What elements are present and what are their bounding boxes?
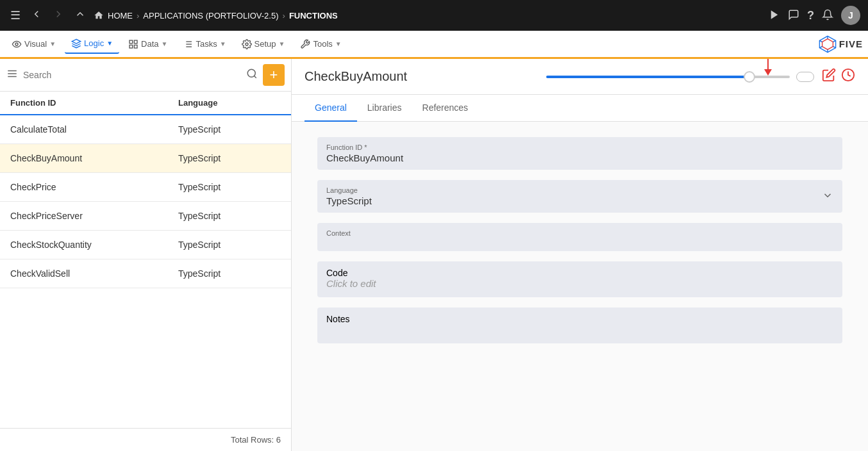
form-area: Function ID * CheckBuyAmount Language Ty… (292, 122, 868, 451)
col-header-language: Language (178, 98, 281, 108)
svg-rect-4 (134, 45, 137, 48)
slider-area (546, 72, 814, 82)
language-field[interactable]: Language TypeScript (317, 180, 842, 213)
user-avatar[interactable]: J (841, 6, 860, 25)
function-id-value: CheckBuyAmount (326, 152, 833, 163)
breadcrumb: HOME › APPLICATIONS (PORTFOLIOV-2.5) › F… (94, 10, 764, 20)
tab-references[interactable]: References (412, 95, 479, 122)
up-icon[interactable] (72, 6, 88, 26)
add-button[interactable]: + (263, 64, 285, 86)
sidebar-menu-icon[interactable] (6, 68, 18, 82)
code-placeholder: Click to edit (326, 278, 833, 289)
top-nav-actions: ? J (769, 6, 860, 25)
function-id-group: Function ID * CheckBuyAmount (317, 137, 842, 170)
function-id-cell: CheckPrice (10, 182, 178, 192)
header-actions (822, 68, 855, 85)
menu-item-visual[interactable]: Visual ▼ (5, 35, 62, 54)
left-panel: + Function ID Language CalculateTotal Ty… (0, 59, 292, 451)
svg-marker-0 (771, 10, 778, 19)
table-row[interactable]: CheckBuyAmount TypeScript (0, 144, 291, 173)
five-logo: FIVE (819, 35, 863, 53)
main-layout: + Function ID Language CalculateTotal Ty… (0, 59, 868, 451)
tab-libraries[interactable]: Libraries (357, 95, 412, 122)
menu-data-label: Data (141, 39, 158, 49)
history-button[interactable] (841, 68, 855, 85)
search-input[interactable] (23, 70, 241, 80)
right-panel: CheckBuyAmount General (292, 59, 868, 451)
table-row[interactable]: CalculateTotal TypeScript (0, 115, 291, 144)
current-label: FUNCTIONS (289, 11, 338, 20)
menu-items: Visual ▼ Logic ▼ Data ▼ Tasks ▼ Setup ▼ (5, 35, 348, 54)
setup-arrow: ▼ (279, 40, 285, 47)
menu-tasks-label: Tasks (196, 39, 217, 49)
notes-field: Notes (317, 308, 842, 343)
svg-point-24 (247, 69, 255, 77)
menu-logic-label: Logic (84, 38, 104, 48)
bell-icon[interactable] (822, 9, 833, 22)
notes-label: Notes (326, 314, 833, 324)
function-id-cell: CalculateTotal (10, 124, 178, 135)
menu-icon[interactable]: ☰ (8, 6, 23, 25)
language-cell: TypeScript (178, 182, 281, 192)
tools-arrow: ▼ (335, 40, 342, 47)
table-row[interactable]: CheckStockQuantity TypeScript (0, 231, 291, 259)
svg-point-1 (15, 43, 18, 45)
help-icon[interactable]: ? (807, 9, 814, 22)
table-header: Function ID Language (0, 92, 291, 115)
right-header: CheckBuyAmount (292, 59, 868, 95)
menu-tools-label: Tools (313, 39, 332, 49)
table-row[interactable]: CheckPriceServer TypeScript (0, 202, 291, 231)
svg-point-12 (246, 43, 248, 45)
function-list: CalculateTotal TypeScript CheckBuyAmount… (0, 115, 291, 428)
menu-item-logic[interactable]: Logic ▼ (65, 35, 119, 54)
col-header-function-id: Function ID (10, 98, 178, 108)
language-group: Language TypeScript (317, 180, 842, 213)
five-logo-text: FIVE (839, 38, 863, 49)
search-bar: + (0, 59, 291, 92)
top-navigation: ☰ HOME › APPLICATIONS (PORTFOLIOV-2.5) ›… (0, 0, 868, 31)
sep1: › (137, 11, 139, 20)
chat-icon[interactable] (788, 9, 799, 22)
svg-line-25 (254, 76, 256, 78)
svg-rect-2 (129, 40, 133, 44)
edit-button[interactable] (822, 68, 836, 85)
app-label[interactable]: APPLICATIONS (PORTFOLIOV-2.5) (143, 11, 278, 20)
table-row[interactable]: CheckPrice TypeScript (0, 173, 291, 202)
table-row[interactable]: CheckValidSell TypeScript (0, 259, 291, 288)
language-cell: TypeScript (178, 268, 281, 279)
sep2: › (283, 11, 285, 20)
svg-marker-14 (822, 38, 833, 49)
play-icon[interactable] (769, 9, 780, 22)
function-title: CheckBuyAmount (305, 69, 546, 84)
notes-group: Notes (317, 308, 842, 343)
menu-item-data[interactable]: Data ▼ (122, 35, 174, 54)
menu-item-tasks[interactable]: Tasks ▼ (176, 35, 232, 54)
language-cell: TypeScript (178, 153, 281, 163)
svg-rect-5 (129, 45, 133, 48)
context-field: Context (317, 223, 842, 251)
home-label[interactable]: HOME (108, 11, 133, 20)
function-id-cell: CheckStockQuantity (10, 240, 178, 250)
function-id-cell: CheckPriceServer (10, 211, 178, 221)
function-id-cell: CheckBuyAmount (10, 153, 178, 163)
language-cell: TypeScript (178, 211, 281, 221)
menu-item-setup[interactable]: Setup ▼ (235, 35, 292, 54)
tab-general[interactable]: General (305, 95, 357, 122)
search-icon[interactable] (246, 68, 258, 82)
menu-setup-label: Setup (255, 39, 276, 49)
logic-arrow: ▼ (106, 40, 113, 47)
tasks-arrow: ▼ (220, 40, 226, 47)
data-arrow: ▼ (162, 40, 168, 47)
forward-icon[interactable] (50, 6, 67, 26)
code-group: Code Click to edit (317, 261, 842, 297)
toggle-switch[interactable] (796, 72, 814, 82)
zoom-slider[interactable] (546, 76, 790, 78)
menu-visual-label: Visual (24, 39, 47, 49)
visual-arrow: ▼ (49, 40, 56, 47)
menu-item-tools[interactable]: Tools ▼ (294, 35, 347, 54)
code-field[interactable]: Code Click to edit (317, 261, 842, 297)
language-dropdown-icon (822, 190, 833, 204)
function-id-field: Function ID * CheckBuyAmount (317, 137, 842, 170)
back-icon[interactable] (28, 6, 45, 26)
menu-bar: Visual ▼ Logic ▼ Data ▼ Tasks ▼ Setup ▼ (0, 31, 868, 59)
